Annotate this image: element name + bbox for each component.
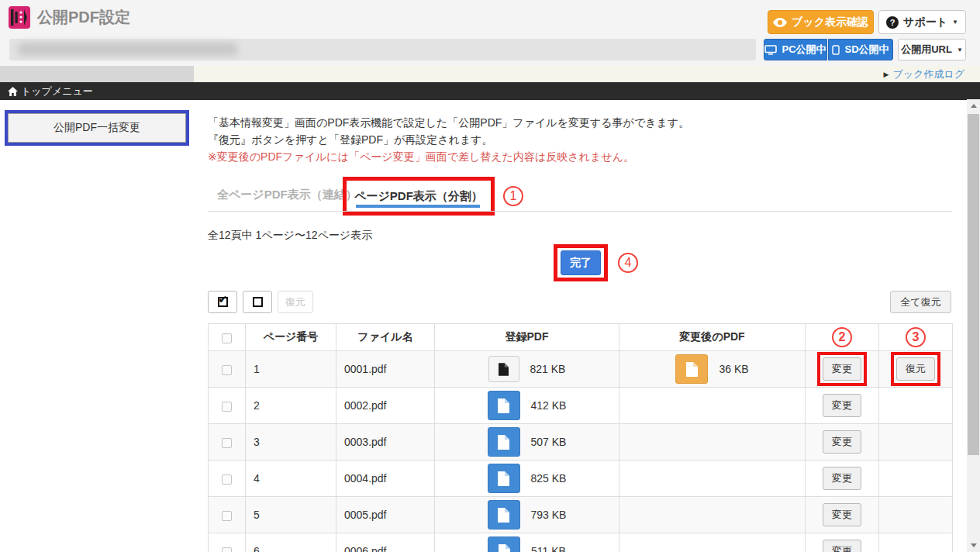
sd-public-status-button[interactable]: SD公開中: [828, 39, 893, 60]
sd-public-label: SD公開中: [844, 43, 889, 57]
annotation-number-4: 4: [618, 253, 638, 273]
registered-pdf-file-button[interactable]: [488, 500, 520, 530]
pdf-table: ページ番号 ファイル名 登録PDF 変更後のPDF 2 3 10001.pdf8…: [208, 323, 953, 552]
done-button[interactable]: 完了: [561, 250, 601, 275]
scroll-up-arrow-icon[interactable]: [967, 99, 980, 112]
registered-pdf-size: 507 KB: [531, 436, 567, 448]
row-checkbox[interactable]: [222, 547, 232, 552]
change-button[interactable]: 変更: [823, 503, 861, 526]
file-icon: [498, 435, 509, 450]
restore-cell: [879, 388, 953, 424]
change-button[interactable]: 変更: [823, 394, 861, 417]
book-preview-button[interactable]: ブック表示確認: [768, 10, 874, 34]
restore-cell: [879, 461, 953, 497]
row-checkbox[interactable]: [222, 511, 232, 521]
annotation-number-3: 3: [906, 327, 926, 347]
changed-pdf-file-button[interactable]: [675, 354, 708, 384]
column-header-filename: ファイル名: [336, 324, 435, 351]
support-button[interactable]: ? サポート ▼: [878, 10, 966, 34]
eye-icon: [773, 18, 787, 27]
header-checkbox[interactable]: [222, 333, 232, 343]
deselect-all-button[interactable]: [243, 291, 272, 313]
page-number-cell: 2: [246, 388, 336, 424]
restore-selected-button[interactable]: 復元: [278, 291, 313, 313]
vertical-scrollbar[interactable]: [967, 99, 980, 552]
top-menu-bar[interactable]: トップメニュー: [0, 82, 980, 100]
row-checkbox[interactable]: [222, 474, 232, 485]
registered-pdf-size: 825 KB: [531, 472, 567, 485]
registered-pdf-file-button[interactable]: [488, 391, 520, 420]
registered-pdf-cell: 821 KB: [435, 351, 619, 388]
change-button[interactable]: 変更: [823, 357, 861, 381]
page-number-cell: 1: [246, 351, 336, 388]
table-row: 60006.pdf511 KB変更: [209, 533, 953, 552]
tabs-divider: [208, 211, 952, 212]
change-cell: 変更: [806, 533, 879, 552]
annotation-box-tab: ページPDF表示（分割）: [343, 177, 495, 216]
public-pdf-settings-page: 公開PDF設定 ブック表示確認 ? サポート ▼ PC公開中 SD公開中: [0, 0, 980, 552]
tab-all-pages-pdf[interactable]: 全ページPDF表示（連結）: [217, 188, 357, 202]
restore-all-button[interactable]: 全て復元: [890, 291, 951, 313]
registered-pdf-cell: 412 KB: [435, 388, 619, 424]
row-restore-button[interactable]: 復元: [896, 357, 935, 381]
changed-pdf-cell: 36 KB: [619, 351, 806, 388]
pdf-table-body: 10001.pdf821 KB36 KB変更復元20002.pdf412 KB変…: [209, 351, 953, 552]
restore-cell: [879, 424, 953, 461]
row-checkbox[interactable]: [222, 402, 232, 412]
change-button[interactable]: 変更: [823, 430, 861, 454]
public-url-button[interactable]: 公開用URL ▼: [898, 39, 966, 60]
triangle-right-icon: ▶: [884, 71, 889, 78]
registered-pdf-file-button[interactable]: [488, 427, 520, 457]
pc-public-status-button[interactable]: PC公開中: [764, 39, 827, 60]
annotation-number-2: 2: [832, 327, 852, 347]
top-header: 公開PDF設定 ブック表示確認 ? サポート ▼: [0, 0, 980, 35]
change-cell: 変更: [806, 497, 879, 533]
filename-cell: 0001.pdf: [336, 351, 435, 388]
row-checkbox[interactable]: [222, 438, 232, 448]
table-row: 20002.pdf412 KB変更: [209, 388, 953, 424]
annotation-number-1: 1: [503, 186, 523, 206]
changed-pdf-cell: [619, 533, 806, 552]
changed-pdf-cell: [619, 388, 806, 424]
book-creation-log-link[interactable]: ブック作成ログ: [892, 67, 964, 81]
changed-pdf-cell: [619, 497, 806, 533]
active-tab-underline: [356, 205, 480, 208]
question-circle-icon: ?: [886, 16, 899, 29]
select-all-button[interactable]: [208, 291, 237, 313]
scroll-down-arrow-icon[interactable]: [967, 539, 980, 552]
book-preview-label: ブック表示確認: [792, 16, 868, 29]
book-logo-icon: [8, 5, 31, 29]
tab-page-pdf-split[interactable]: ページPDF表示（分割）: [347, 181, 491, 212]
registered-pdf-size: 793 KB: [531, 509, 567, 521]
public-url-label: 公開用URL: [901, 43, 952, 57]
unchecked-checkbox-icon: [253, 297, 263, 307]
file-icon: [499, 363, 509, 376]
restore-cell: 復元: [879, 351, 953, 388]
changed-pdf-cell: [619, 424, 806, 461]
change-cell: 変更: [806, 388, 879, 424]
registered-pdf-file-button[interactable]: [488, 356, 519, 382]
support-label: サポート: [903, 16, 947, 29]
tab-page-pdf-split-label: ページPDF表示（分割）: [354, 189, 483, 204]
table-row: 50005.pdf793 KB変更: [209, 497, 953, 533]
change-cell: 変更: [806, 424, 879, 461]
change-cell: 変更: [806, 461, 879, 497]
row-checkbox[interactable]: [222, 365, 232, 375]
filename-cell: 0006.pdf: [336, 533, 435, 552]
pc-public-label: PC公開中: [782, 43, 826, 57]
scrollbar-thumb[interactable]: [968, 114, 979, 455]
page-number-cell: 5: [246, 497, 336, 533]
registered-pdf-file-button[interactable]: [488, 464, 520, 493]
home-icon: [8, 87, 18, 96]
change-button[interactable]: 変更: [823, 540, 861, 552]
annotation-box-done: 完了: [554, 244, 608, 281]
annotation-box-sidebar: 公開PDF一括変更: [5, 110, 189, 146]
registered-pdf-file-button[interactable]: [488, 536, 520, 552]
sidebar-top-strip: [0, 66, 194, 82]
restore-cell: [879, 533, 953, 552]
file-icon: [499, 544, 510, 552]
registered-pdf-size: 511 KB: [531, 545, 566, 552]
change-button[interactable]: 変更: [823, 467, 861, 490]
bulk-change-pdf-button[interactable]: 公開PDF一括変更: [8, 113, 186, 143]
filename-cell: 0003.pdf: [336, 424, 435, 461]
